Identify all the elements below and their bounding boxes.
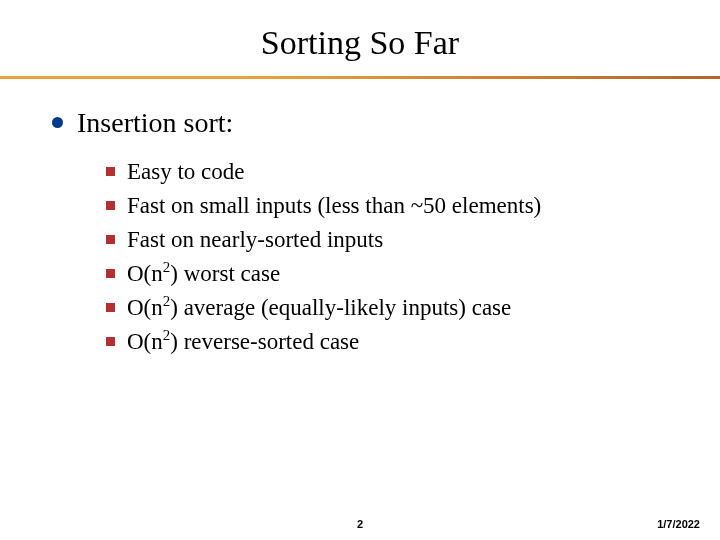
level1-text: Insertion sort: [77, 105, 233, 140]
footer: 2 [0, 518, 720, 530]
square-bullet-icon [106, 201, 115, 210]
list-item: Fast on nearly-sorted inputs [106, 224, 670, 255]
square-bullet-icon [106, 235, 115, 244]
level2-text: O(n2) worst case [127, 258, 280, 289]
list-item: O(n2) average (equally-likely inputs) ca… [106, 292, 670, 323]
circle-bullet-icon [52, 117, 63, 128]
footer-date: 1/7/2022 [657, 518, 700, 530]
square-bullet-icon [106, 167, 115, 176]
level2-text: Fast on small inputs (less than ~50 elem… [127, 190, 541, 221]
slide-title: Sorting So Far [0, 0, 720, 76]
square-bullet-icon [106, 303, 115, 312]
square-bullet-icon [106, 337, 115, 346]
list-item: Fast on small inputs (less than ~50 elem… [106, 190, 670, 221]
list-item: O(n2) worst case [106, 258, 670, 289]
slide: Sorting So Far Insertion sort: Easy to c… [0, 0, 720, 540]
level2-text: Fast on nearly-sorted inputs [127, 224, 383, 255]
list-item: O(n2) reverse-sorted case [106, 326, 670, 357]
level2-text: O(n2) reverse-sorted case [127, 326, 359, 357]
sub-list: Easy to codeFast on small inputs (less t… [52, 156, 670, 357]
level2-text: Easy to code [127, 156, 245, 187]
list-item: Insertion sort: [52, 105, 670, 140]
content-area: Insertion sort: Easy to codeFast on smal… [0, 79, 720, 357]
page-number: 2 [357, 518, 363, 530]
square-bullet-icon [106, 269, 115, 278]
level2-text: O(n2) average (equally-likely inputs) ca… [127, 292, 511, 323]
list-item: Easy to code [106, 156, 670, 187]
